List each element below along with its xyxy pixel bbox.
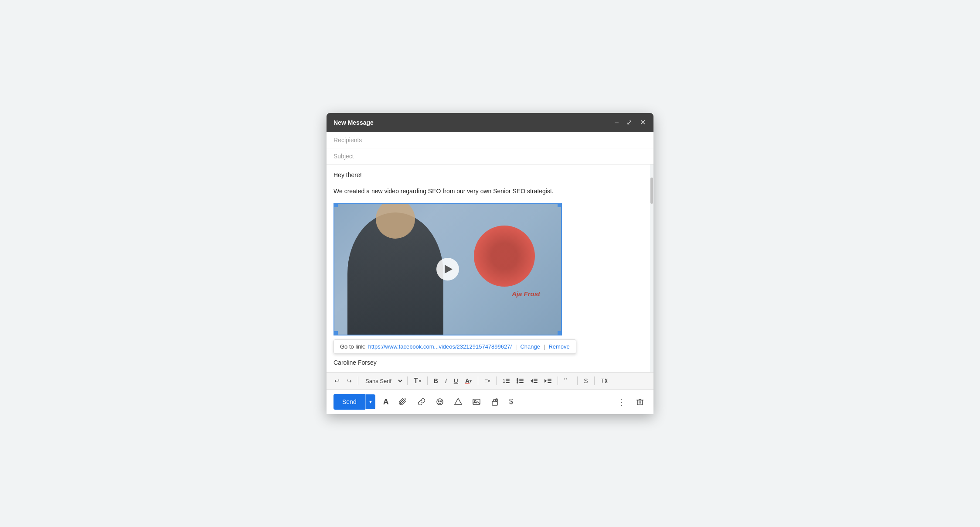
- compose-body[interactable]: Hey there! We created a new video regard…: [327, 164, 653, 372]
- svg-text:": ": [564, 378, 567, 384]
- svg-rect-2: [506, 380, 510, 381]
- text-color-button[interactable]: A ▾: [463, 376, 474, 386]
- svg-rect-26: [473, 399, 480, 404]
- separator-2: |: [544, 343, 545, 350]
- strikethrough-button[interactable]: S: [581, 376, 590, 386]
- remove-link-button[interactable]: Remove: [548, 343, 569, 350]
- recipients-field[interactable]: [327, 132, 653, 148]
- svg-point-23: [438, 401, 439, 402]
- unordered-list-icon: [517, 378, 524, 384]
- toolbar-separator-3: [427, 376, 428, 385]
- blockquote-button[interactable]: ": [561, 376, 574, 386]
- play-button[interactable]: [436, 258, 459, 281]
- scrollbar[interactable]: [650, 164, 653, 372]
- compose-header: New Message – ⤢ ✕: [327, 113, 653, 132]
- greeting-text: Hey there!: [333, 171, 647, 180]
- toolbar-separator-4: [478, 376, 478, 385]
- blockquote-icon: ": [564, 378, 571, 384]
- svg-marker-25: [455, 398, 462, 404]
- discard-button[interactable]: [633, 395, 647, 408]
- recipients-input[interactable]: [333, 137, 647, 144]
- link-url[interactable]: https://www.facebook.com...videos/232129…: [368, 343, 512, 350]
- insert-drive-button[interactable]: [452, 395, 465, 408]
- lock-clock-icon: [491, 398, 499, 406]
- indent-increase-icon: [544, 378, 551, 384]
- close-button[interactable]: ✕: [639, 118, 647, 127]
- subject-input[interactable]: [333, 153, 647, 160]
- header-actions: – ⤢ ✕: [614, 118, 647, 127]
- svg-rect-11: [534, 379, 538, 380]
- svg-point-24: [440, 401, 441, 402]
- ordered-list-button[interactable]: 1.: [500, 376, 512, 386]
- intro-text: We created a new video regarding SEO fro…: [333, 187, 647, 196]
- more-icon: ⋮: [617, 397, 626, 407]
- svg-rect-9: [519, 382, 524, 383]
- change-link-button[interactable]: Change: [520, 343, 540, 350]
- svg-point-5: [517, 380, 518, 382]
- indent-decrease-button[interactable]: [528, 376, 540, 386]
- undo-button[interactable]: ↩: [332, 376, 342, 386]
- insert-signature-button[interactable]: $: [507, 395, 516, 408]
- body-wrapper: Hey there! We created a new video regard…: [327, 164, 653, 372]
- svg-rect-30: [637, 400, 643, 405]
- format-text-icon: A: [383, 397, 389, 407]
- link-icon: [418, 398, 425, 406]
- expand-button[interactable]: ⤢: [626, 118, 633, 127]
- aja-frost-label: Aja Frost: [512, 290, 540, 298]
- svg-rect-8: [519, 380, 524, 381]
- video-embed[interactable]: Aja Frost: [333, 203, 562, 335]
- svg-rect-16: [548, 380, 551, 381]
- svg-marker-10: [531, 379, 533, 383]
- subject-field[interactable]: [327, 148, 653, 164]
- resize-handle-br[interactable]: [558, 331, 562, 335]
- clear-format-button[interactable]: T: [598, 376, 610, 386]
- font-size-control[interactable]: T ▾: [411, 375, 424, 387]
- scrollbar-thumb[interactable]: [650, 178, 653, 204]
- insert-emoji-button[interactable]: [433, 395, 446, 408]
- send-button[interactable]: Send: [333, 394, 365, 410]
- font-size-icon: T: [414, 377, 418, 385]
- attach-file-button[interactable]: [397, 395, 410, 408]
- drive-icon: [454, 398, 462, 406]
- resize-handle-bl[interactable]: [333, 331, 338, 335]
- resize-handle-tr[interactable]: [558, 203, 562, 207]
- toolbar-separator-7: [577, 376, 578, 385]
- toolbar-separator-1: [358, 376, 358, 385]
- compose-actions: Send ▾ A: [327, 390, 653, 414]
- svg-marker-14: [544, 379, 547, 383]
- toolbar-separator-5: [496, 376, 497, 385]
- resize-handle-tl[interactable]: [333, 203, 338, 207]
- emoji-icon: [436, 398, 444, 406]
- svg-text:T: T: [601, 378, 604, 384]
- redo-button[interactable]: ↪: [344, 376, 354, 386]
- toolbar-separator-2: [407, 376, 408, 385]
- insert-photo-button[interactable]: [470, 395, 483, 408]
- confidential-mode-button[interactable]: [488, 395, 501, 408]
- clear-format-icon: T: [601, 378, 608, 384]
- font-family-select[interactable]: Sans Serif Serif Monospace: [362, 376, 404, 386]
- format-text-button[interactable]: A: [381, 395, 391, 409]
- aja-circle: [474, 226, 535, 287]
- paperclip-icon: [399, 398, 407, 406]
- align-button[interactable]: ≡ ▾: [482, 376, 493, 386]
- italic-button[interactable]: I: [442, 376, 449, 386]
- svg-rect-15: [548, 379, 551, 380]
- insert-link-button[interactable]: [415, 395, 428, 408]
- svg-point-6: [517, 382, 518, 383]
- dollar-icon: $: [509, 398, 513, 406]
- svg-rect-13: [534, 382, 538, 383]
- ordered-list-icon: 1.: [503, 378, 510, 384]
- underline-button[interactable]: U: [451, 376, 461, 386]
- send-dropdown-button[interactable]: ▾: [365, 394, 375, 409]
- formatting-toolbar: ↩ ↪ Sans Serif Serif Monospace T ▾ B I U…: [327, 372, 653, 390]
- minimize-button[interactable]: –: [614, 118, 619, 127]
- indent-increase-button[interactable]: [542, 376, 554, 386]
- unordered-list-button[interactable]: [514, 376, 526, 386]
- bold-button[interactable]: B: [431, 376, 441, 386]
- align-icon: ≡: [484, 377, 488, 384]
- toolbar-separator-8: [594, 376, 595, 385]
- svg-rect-7: [519, 379, 524, 380]
- more-options-button[interactable]: ⋮: [614, 394, 628, 410]
- svg-rect-17: [548, 382, 551, 383]
- go-to-link-label: Go to link:: [340, 343, 366, 350]
